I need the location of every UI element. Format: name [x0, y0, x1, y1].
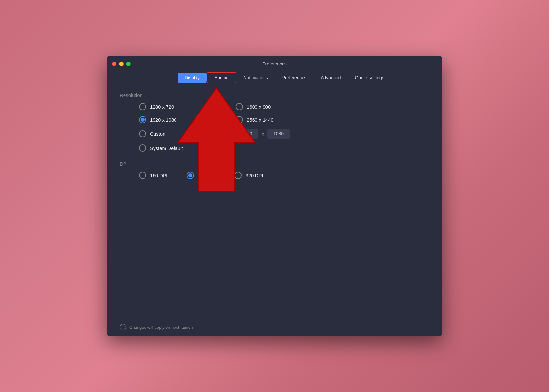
tab-notifications[interactable]: Notifications [236, 73, 275, 83]
radio-system-default[interactable] [139, 144, 146, 152]
resolution-label-1280: 1280 x 720 [150, 104, 174, 110]
resolution-section: Resolution 1280 x 720 1600 x 900 1920 x … [120, 93, 429, 152]
footer: i Changes will apply on next launch [107, 318, 442, 336]
close-button[interactable] [112, 62, 116, 66]
custom-separator: x [262, 131, 264, 137]
resolution-option-1600: 1600 x 900 [236, 103, 320, 110]
tab-display[interactable]: Display [178, 73, 207, 83]
tabs-bar: Display Engine Notifications Preferences… [107, 72, 442, 83]
tab-engine[interactable]: Engine [207, 72, 236, 83]
maximize-button[interactable] [126, 62, 131, 66]
title-bar: Preferences [107, 56, 442, 72]
info-icon: i [120, 324, 126, 330]
footer-text: Changes will apply on next launch [129, 325, 193, 330]
dpi-label-320: 320 DPI [245, 173, 263, 178]
tab-game-settings[interactable]: Game settings [348, 73, 391, 83]
resolution-label-custom: Custom [150, 131, 167, 137]
resolution-grid: 1280 x 720 1600 x 900 1920 x 1080 2560 x… [139, 103, 429, 152]
custom-resolution-inputs: x [236, 129, 320, 139]
radio-240dpi[interactable] [187, 172, 194, 179]
custom-width-input[interactable] [236, 129, 258, 139]
radio-1920[interactable] [139, 116, 146, 123]
content-area: Resolution 1280 x 720 1600 x 900 1920 x … [107, 86, 442, 318]
window-title: Preferences [262, 61, 286, 66]
dpi-option-320: 320 DPI [235, 172, 263, 179]
dpi-options-row: 160 DPI 240 DPI 320 DPI [139, 172, 429, 179]
custom-height-input[interactable] [267, 129, 290, 139]
resolution-label: Resolution [120, 93, 429, 98]
radio-custom[interactable] [139, 130, 146, 137]
tab-advanced[interactable]: Advanced [314, 73, 348, 83]
resolution-label-system: System Default [150, 145, 183, 151]
dpi-option-240: 240 DPI [187, 172, 215, 179]
resolution-option-1280: 1280 x 720 [139, 103, 223, 110]
dpi-section: DPI 160 DPI 240 DPI 320 DPI [120, 161, 429, 179]
resolution-option-custom: Custom [139, 129, 223, 139]
resolution-label-2560: 2560 x 1440 [247, 117, 274, 122]
resolution-label-1600: 1600 x 900 [247, 104, 271, 110]
resolution-option-system: System Default [139, 144, 223, 152]
radio-2560[interactable] [236, 116, 243, 123]
resolution-label-1920: 1920 x 1080 [150, 117, 177, 122]
dpi-label: DPI [120, 161, 429, 167]
dpi-option-160: 160 DPI [139, 172, 167, 179]
tab-preferences[interactable]: Preferences [275, 73, 314, 83]
dpi-label-240: 240 DPI [198, 173, 215, 178]
minimize-button[interactable] [119, 62, 124, 66]
radio-1280[interactable] [139, 103, 146, 110]
radio-160dpi[interactable] [139, 172, 146, 179]
radio-1600[interactable] [236, 103, 243, 110]
resolution-option-1920: 1920 x 1080 [139, 116, 223, 123]
radio-320dpi[interactable] [235, 172, 242, 179]
preferences-window: Preferences Display Engine Notifications… [107, 56, 442, 336]
resolution-option-2560: 2560 x 1440 [236, 116, 320, 123]
dpi-label-160: 160 DPI [150, 173, 167, 178]
traffic-lights [112, 62, 131, 66]
